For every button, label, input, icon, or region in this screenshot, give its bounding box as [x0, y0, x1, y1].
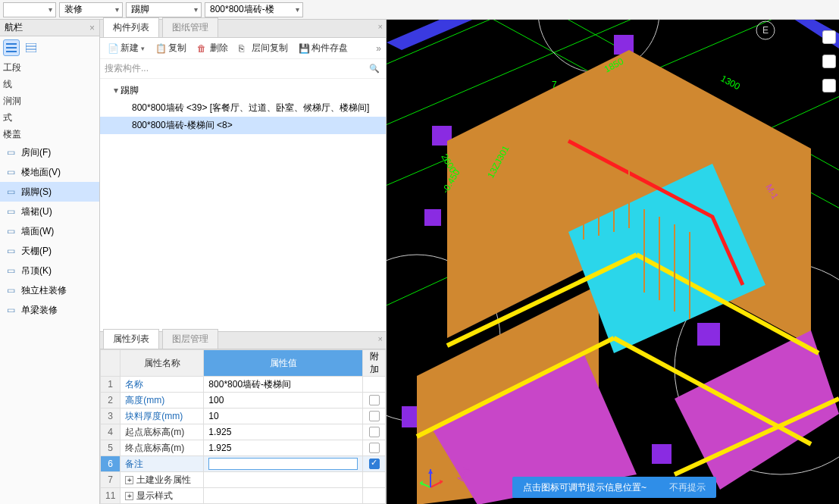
combo-component[interactable]: 800*800墙砖-楼 — [205, 2, 303, 17]
nav-item-label: 吊顶(K) — [21, 265, 52, 277]
combo-category[interactable]: 装修 — [59, 2, 123, 17]
prop-value[interactable]: 10 — [204, 409, 363, 424]
tree-item[interactable]: 800*800墙砖-楼梯间 <8> — [100, 117, 386, 134]
prop-name: 起点底标高(m) — [121, 424, 204, 440]
checkbox[interactable] — [369, 443, 380, 453]
delete-button[interactable]: 🗑删除 — [194, 40, 231, 56]
model-view: E 1850 1300 2600 -0.450 13ZJ301 7 M-1 M-… — [387, 20, 839, 504]
combo-layer[interactable] — [3, 2, 56, 17]
property-row[interactable]: 5终点底标高(m)1.925 — [101, 440, 386, 456]
combo-type[interactable]: 踢脚 — [126, 2, 202, 17]
nav-list: ▭房间(F)▭楼地面(V)▭踢脚(S)▭墙裙(U)▭墙面(W)▭天棚(P)▭吊顶… — [0, 142, 99, 504]
nav-item-suspend[interactable]: ▭吊顶(K) — [0, 261, 99, 280]
property-row[interactable]: 6备注 — [101, 456, 386, 472]
prop-name: +显示样式 — [121, 488, 204, 504]
nav-group[interactable]: 工段 — [0, 59, 99, 76]
view-list-icon[interactable] — [3, 39, 20, 56]
rownum: 5 — [101, 440, 121, 456]
nav-icon: ▭ — [5, 304, 17, 316]
add-header: 附加 — [363, 350, 386, 377]
more-icon[interactable]: » — [376, 43, 381, 54]
tool-icon[interactable] — [822, 30, 836, 44]
layer-copy-icon: ⎘ — [239, 43, 249, 54]
prop-add[interactable] — [363, 409, 386, 424]
view-detail-icon[interactable] — [23, 39, 39, 56]
tool-icon[interactable] — [822, 55, 836, 68]
tab-component-list[interactable]: 构件列表 — [103, 17, 159, 37]
copy-button[interactable]: 📋复制 — [152, 40, 189, 56]
prop-value[interactable] — [204, 456, 363, 472]
nav-item-beam[interactable]: ▭单梁装修 — [0, 300, 99, 320]
nav-groups: 工段线涧洞式楼盖 — [0, 59, 99, 142]
prop-add[interactable] — [363, 393, 386, 409]
tree-root[interactable]: 踢脚 — [100, 82, 386, 99]
tool-icon[interactable] — [822, 79, 836, 92]
prop-add[interactable] — [363, 377, 386, 393]
prop-value[interactable] — [204, 488, 363, 504]
component-tabs: 构件列表 图纸管理 × — [100, 20, 386, 38]
rownum: 1 — [101, 377, 121, 393]
property-row[interactable]: 4起点底标高(m)1.925 — [101, 424, 386, 440]
new-button[interactable]: 📄新建▾ — [105, 40, 148, 56]
expand-icon[interactable]: + — [125, 476, 133, 484]
nav-icon: ▭ — [5, 186, 17, 198]
layer-copy-button[interactable]: ⎘层间复制 — [236, 40, 291, 56]
nav-item-ceiling[interactable]: ▭天棚(P) — [0, 241, 99, 261]
property-row[interactable]: 11+显示样式 — [101, 488, 386, 504]
nav-title: 航栏 — [5, 21, 23, 34]
prop-add[interactable] — [363, 488, 386, 504]
expand-icon[interactable]: + — [125, 492, 133, 500]
nav-item-floor[interactable]: ▭楼地面(V) — [0, 162, 99, 182]
nav-item-label: 墙裙(U) — [21, 205, 52, 218]
tree-item[interactable]: 800*800墙砖 <39> [客餐厅、过道、卧室、候梯厅、楼梯间] — [100, 99, 386, 117]
nav-item-wall[interactable]: ▭墙面(W) — [0, 221, 99, 241]
prop-value[interactable]: 1.925 — [204, 424, 363, 440]
prop-add[interactable] — [363, 440, 386, 456]
component-toolbar: 📄新建▾ 📋复制 🗑删除 ⎘层间复制 💾构件存盘 » — [100, 38, 386, 59]
tab-layer-mgmt[interactable]: 图层管理 — [162, 329, 218, 349]
prop-value[interactable]: 100 — [204, 393, 363, 409]
nav-item-room[interactable]: ▭房间(F) — [0, 142, 99, 162]
close-icon[interactable]: × — [378, 22, 383, 31]
nav-item-kick[interactable]: ▭踢脚(S) — [0, 182, 99, 202]
prop-add[interactable] — [363, 456, 386, 472]
rownum: 11 — [101, 488, 121, 504]
property-row[interactable]: 2高度(mm)100 — [101, 393, 386, 409]
prop-name: 终点底标高(m) — [121, 440, 204, 456]
close-icon[interactable]: × — [378, 334, 383, 343]
property-row[interactable]: 3块料厚度(mm)10 — [101, 409, 386, 424]
dismiss-button[interactable]: 不再提示 — [669, 481, 706, 494]
new-icon: 📄 — [108, 43, 118, 54]
tab-drawing-mgmt[interactable]: 图纸管理 — [162, 17, 218, 37]
svg-marker-58 — [428, 469, 433, 474]
checkbox[interactable] — [369, 459, 380, 469]
property-row[interactable]: 7+土建业务属性 — [101, 472, 386, 488]
checkbox[interactable] — [369, 427, 380, 437]
close-icon[interactable]: × — [89, 23, 95, 33]
prop-value[interactable] — [204, 472, 363, 488]
property-row[interactable]: 1名称800*800墙砖-楼梯间 — [101, 377, 386, 393]
checkbox[interactable] — [369, 411, 380, 421]
nav-item-column[interactable]: ▭独立柱装修 — [0, 280, 99, 300]
rownum: 2 — [101, 393, 121, 409]
3d-viewport[interactable]: E 1850 1300 2600 -0.450 13ZJ301 7 M-1 M-… — [387, 20, 839, 504]
prop-value[interactable]: 800*800墙砖-楼梯间 — [204, 377, 363, 393]
search-input[interactable]: 搜索构件... — [100, 59, 386, 79]
svg-rect-23 — [652, 444, 672, 464]
nav-item-label: 单梁装修 — [21, 304, 58, 317]
prop-add[interactable] — [363, 424, 386, 440]
axis-gizmo[interactable] — [415, 465, 446, 495]
prop-value[interactable]: 1.925 — [204, 440, 363, 456]
prop-add[interactable] — [363, 472, 386, 488]
nav-group[interactable]: 式 — [0, 109, 99, 126]
nav-group[interactable]: 楼盖 — [0, 126, 99, 142]
checkbox[interactable] — [369, 395, 380, 405]
save-button[interactable]: 💾构件存盘 — [296, 40, 351, 56]
nav-item-wainscot[interactable]: ▭墙裙(U) — [0, 202, 99, 221]
prop-name: 名称 — [121, 377, 204, 393]
svg-text:E: E — [762, 25, 769, 36]
nav-group[interactable]: 涧洞 — [0, 92, 99, 109]
nav-group[interactable]: 线 — [0, 76, 99, 92]
nav-header: 航栏 × — [0, 20, 99, 36]
tab-properties[interactable]: 属性列表 — [103, 329, 159, 349]
